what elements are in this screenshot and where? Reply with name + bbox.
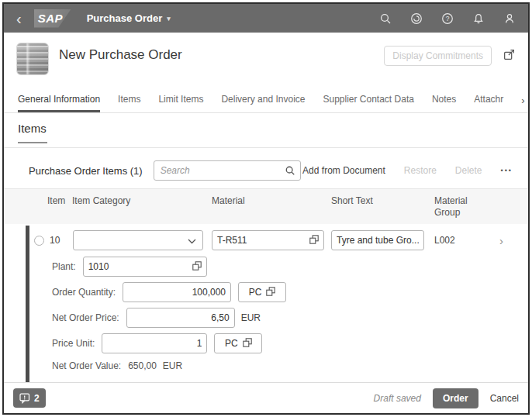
- item-category-select[interactable]: [73, 230, 203, 250]
- notifications-bell-icon[interactable]: [472, 12, 485, 25]
- app-window: ‹ SAP Purchase Order ▾ ? New Purchase Or…: [2, 2, 530, 415]
- tab-limit-items[interactable]: Limit Items: [158, 94, 203, 112]
- display-commitments-button: Display Commitments: [384, 46, 492, 66]
- items-section-header: Items: [4, 113, 528, 148]
- delete-button: Delete: [455, 165, 482, 176]
- column-item: Item: [47, 195, 72, 206]
- messages-button[interactable]: 2: [13, 388, 46, 408]
- restore-button: Restore: [404, 165, 437, 176]
- section-title: Items: [18, 122, 514, 135]
- search-icon[interactable]: [285, 165, 295, 176]
- column-short-text: Short Text: [331, 195, 434, 206]
- order-button[interactable]: Order: [433, 388, 478, 408]
- items-table-toolbar: Purchase Order Items (1) Add from Docume…: [4, 148, 528, 188]
- search-icon[interactable]: [379, 12, 392, 25]
- plant-field: [83, 257, 207, 277]
- unit-value: PC: [249, 287, 262, 298]
- order-quantity-field: [123, 282, 231, 302]
- help-icon[interactable]: ?: [441, 12, 454, 25]
- material-group-value: L002: [434, 235, 482, 246]
- page-title: New Purchase Order: [59, 47, 182, 63]
- short-text-field: [331, 230, 424, 250]
- net-order-price-label: Net Order Price:: [52, 312, 119, 323]
- material-input[interactable]: [217, 235, 305, 246]
- value-help-icon[interactable]: [192, 260, 202, 274]
- user-avatar-icon[interactable]: [503, 12, 516, 25]
- currency-label: EUR: [241, 312, 261, 323]
- chevron-down-icon: ▾: [167, 15, 171, 22]
- column-material: Material: [212, 195, 331, 206]
- value-help-icon[interactable]: [309, 233, 319, 247]
- table-row: 10 L002 › Plant: Order Quantity:: [4, 224, 528, 404]
- item-number: 10: [50, 235, 69, 246]
- value-help-icon[interactable]: [243, 336, 252, 350]
- message-count: 2: [34, 393, 40, 404]
- column-material-group: Material Group: [434, 195, 481, 219]
- row-navigation-chevron-icon[interactable]: ›: [499, 234, 503, 247]
- price-unit-uom-field: PC: [214, 333, 262, 353]
- cancel-button[interactable]: Cancel: [490, 393, 519, 404]
- plant-label: Plant:: [52, 261, 76, 272]
- tab-general-information[interactable]: General Information: [18, 94, 100, 112]
- value-help-icon[interactable]: [266, 285, 275, 299]
- tab-supplier-contact-data[interactable]: Supplier Contact Data: [323, 94, 413, 112]
- row-radio-button[interactable]: [34, 236, 44, 246]
- net-order-price-input[interactable]: [132, 312, 230, 323]
- price-unit-field: [102, 333, 207, 353]
- app-title-text: Purchase Order: [87, 12, 163, 24]
- order-quantity-label: Order Quantity:: [52, 287, 116, 298]
- row-highlight-bar: [26, 226, 29, 398]
- price-unit-input[interactable]: [107, 338, 202, 349]
- table-search-box: [154, 160, 301, 181]
- order-quantity-unit-field: PC: [238, 282, 286, 302]
- add-from-document-button[interactable]: Add from Document: [302, 165, 385, 176]
- tab-notes[interactable]: Notes: [432, 94, 456, 112]
- net-order-value-label: Net Order Value:: [52, 360, 121, 371]
- net-order-price-field: [126, 308, 235, 328]
- tab-items[interactable]: Items: [118, 94, 140, 112]
- sap-logo[interactable]: SAP: [34, 9, 71, 28]
- overflow-menu-icon[interactable]: •••: [501, 167, 513, 174]
- draft-status-text: Draft saved: [374, 393, 421, 404]
- svg-text:?: ?: [446, 15, 450, 22]
- object-page-header: New Purchase Order Display Commitments: [4, 33, 528, 90]
- net-order-value-currency: EUR: [163, 360, 182, 371]
- tab-delivery-and-invoice[interactable]: Delivery and Invoice: [221, 94, 305, 112]
- tab-overflow-right-icon[interactable]: ›: [521, 95, 524, 112]
- chevron-down-icon: [188, 233, 196, 247]
- unit-value: PC: [225, 338, 238, 349]
- table-title: Purchase Order Items (1): [29, 165, 143, 177]
- anchor-tab-bar: General Information Items Limit Items De…: [4, 90, 528, 113]
- copilot-icon[interactable]: [410, 12, 423, 25]
- plant-input[interactable]: [88, 261, 188, 272]
- app-title-menu[interactable]: Purchase Order ▾: [87, 12, 171, 24]
- back-icon[interactable]: ‹: [16, 11, 22, 26]
- search-input[interactable]: [161, 165, 285, 176]
- product-thumbnail-image: [16, 43, 49, 75]
- order-quantity-input[interactable]: [128, 287, 226, 298]
- table-header-row: Item Item Category Material Short Text M…: [4, 189, 528, 224]
- share-icon[interactable]: [503, 48, 516, 64]
- material-field: [212, 230, 324, 250]
- net-order-value: 650,00: [128, 360, 157, 371]
- column-item-category: Item Category: [72, 195, 212, 206]
- footer-bar: 2 Draft saved Order Cancel: [4, 382, 528, 413]
- shell-bar: ‹ SAP Purchase Order ▾ ?: [4, 4, 528, 33]
- price-unit-label: Price Unit:: [52, 338, 95, 349]
- message-bubble-icon: [19, 393, 30, 404]
- short-text-input[interactable]: [337, 235, 419, 246]
- tab-attachments[interactable]: Attachr: [474, 94, 503, 112]
- section-underline: [18, 142, 47, 143]
